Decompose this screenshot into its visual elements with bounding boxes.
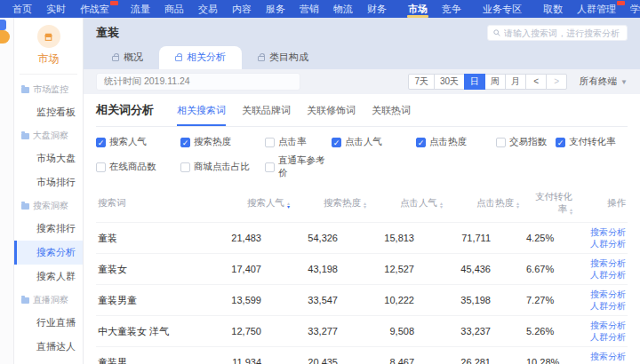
sort-down-icon: ▾ [287,205,290,209]
period-button[interactable]: < [525,74,547,90]
nav-item[interactable]: 商品 [157,0,191,18]
metric-checkbox[interactable]: ✓搜索人气 [96,136,180,148]
tab-item[interactable]: 相关分析 [159,46,242,69]
keywords-table: 搜索词搜索人气▴▾搜索热度▴▾点击人气▴▾点击热度▴▾支付转化率▴▾操作 童装2… [96,185,628,364]
tab-label: 相关分析 [187,51,226,64]
sort-icon[interactable]: ▴▾ [287,202,290,209]
metric-checkbox[interactable]: 商城点击占比 [180,161,265,173]
nav-item[interactable]: 取数 [536,0,570,18]
sort-icon[interactable]: ▴▾ [570,208,572,215]
value-cell: 9,508 [373,316,450,347]
sidebar-item[interactable]: 市场排行 [14,170,83,194]
search-input[interactable] [504,28,621,38]
tab-item[interactable]: 类目构成 [242,46,324,69]
column-header[interactable]: 支付转化率▴▾ [526,185,580,223]
crowd-analysis-link[interactable]: 人群分析 [580,300,626,312]
sidebar-item[interactable]: 市场大盘 [14,146,83,170]
tab-label: 类目构成 [269,51,308,64]
crowd-analysis-link[interactable]: 人群分析 [580,238,626,249]
metric-checkbox[interactable]: ✓点击人气 [332,136,416,148]
metric-checkbox[interactable]: 直通车参考价 [265,154,332,179]
stat-time[interactable]: 统计时间 2019.11.24 [96,73,300,91]
subtab-item[interactable]: 关联品牌词 [242,104,291,117]
nav-item[interactable]: 营销 [292,0,326,18]
subtab-item[interactable]: 关联修饰词 [307,104,356,117]
metric-checkbox[interactable]: 点击率 [265,136,332,148]
sidebar-item[interactable]: 搜索分析 [14,241,83,265]
edge-orange-badge[interactable] [0,30,10,44]
panel-header: 相关词分析 相关搜索词关联品牌词关联修饰词关联热词 [96,102,628,127]
nav-item[interactable]: 业务专区 [476,0,529,18]
sort-icon[interactable]: ▴▾ [516,202,519,209]
tab-item[interactable]: 概况 [96,46,159,69]
column-header[interactable]: 点击热度▴▾ [450,185,526,223]
nav-item[interactable]: 财务 [360,0,394,18]
sidebar-item[interactable]: 搜索人群 [14,265,83,289]
period-button[interactable]: 周 [484,74,506,90]
column-header[interactable]: 搜索词 [96,185,220,223]
nav-item[interactable]: 物流 [326,0,360,18]
subtab-item[interactable]: 相关搜索词 [177,104,226,117]
nav-item[interactable]: 学院 [623,0,640,18]
nav-item[interactable]: 市场 [401,0,435,18]
keyword-cell: 童装男 [96,347,220,364]
checkbox-icon: ✓ [416,138,426,147]
search-analysis-link[interactable]: 搜索分析 [580,226,626,238]
period-button[interactable]: > [546,74,567,90]
main-layout: 市场 市场监控监控看板大盘洞察市场大盘市场排行搜索洞察搜索排行搜索分析搜索人群直… [0,18,640,364]
sidebar-item[interactable]: 行业直播 [14,311,83,335]
value-cell: 10.28% [526,347,580,364]
metric-checkbox[interactable]: ✓支付转化率 [556,136,616,148]
checkbox-icon: ✓ [332,138,341,147]
search-analysis-link[interactable]: 搜索分析 [580,257,626,269]
nav-item[interactable]: 人群管理 [570,0,623,18]
metric-checkbox[interactable]: ✓搜索热度 [180,136,265,148]
column-header[interactable]: 操作 [580,185,628,223]
metric-checkbox[interactable]: 交易指数 [496,136,556,148]
nav-item[interactable]: 作战室 [73,0,116,18]
period-button[interactable]: 月 [505,74,526,90]
search-box[interactable] [487,25,628,41]
lock-icon [112,56,119,61]
nav-item[interactable]: 首页 [5,0,39,18]
subtab-item[interactable]: 关联热词 [372,104,411,117]
nav-item[interactable]: 内容 [225,0,259,18]
sidebar-item[interactable]: 搜索排行 [14,217,83,241]
search-analysis-link[interactable]: 搜索分析 [580,351,626,362]
sort-icon[interactable]: ▴▾ [440,202,443,209]
period-button[interactable]: 30天 [434,74,465,90]
value-cell: 10,222 [373,285,450,316]
table-row: 童装女17,40743,19812,52745,4366.67%搜索分析人群分析 [96,254,628,285]
sort-icon[interactable]: ▴▾ [364,202,366,209]
search-analysis-link[interactable]: 搜索分析 [580,289,626,300]
table-body: 童装21,48354,32615,81371,7114.25%搜索分析人群分析童… [96,223,628,364]
metric-checkboxes: ✓搜索人气✓搜索热度点击率✓点击人气✓点击热度交易指数✓支付转化率 在线商品数商… [96,127,628,185]
action-cell: 搜索分析人群分析 [580,285,628,316]
sidebar-item[interactable]: 直播达人 [14,335,83,359]
column-header[interactable]: 搜索热度▴▾ [297,185,373,223]
crowd-analysis-link[interactable]: 人群分析 [580,331,626,343]
terminal-dropdown[interactable]: 所有终端 ▼ [580,75,628,88]
keyword-cell: 童装 [96,223,220,254]
column-header[interactable]: 点击人气▴▾ [373,185,450,223]
sidebar-item[interactable]: 监控看板 [14,100,83,124]
nav-item[interactable]: 实时 [39,0,73,18]
folder-icon [21,203,29,210]
metrics-row-1: ✓搜索人气✓搜索热度点击率✓点击人气✓点击热度交易指数✓支付转化率 [96,136,628,148]
value-cell: 33,237 [450,316,526,347]
column-header[interactable]: 搜索人气▴▾ [220,185,297,223]
value-cell: 11,934 [220,347,297,364]
period-button[interactable]: 7天 [408,74,435,90]
nav-item[interactable]: 服务 [259,0,292,18]
search-analysis-link[interactable]: 搜索分析 [580,320,626,331]
crowd-analysis-link[interactable]: 人群分析 [580,269,626,281]
nav-item[interactable]: 竞争 [435,0,468,18]
sort-down-icon: ▾ [440,205,443,209]
period-button[interactable]: 日 [464,74,485,90]
metric-checkbox[interactable]: 在线商品数 [96,161,180,173]
nav-item[interactable]: 流量 [124,0,157,18]
nav-item[interactable]: 交易 [191,0,225,18]
checkbox-icon: ✓ [556,138,565,147]
metric-checkbox[interactable]: ✓点击热度 [416,136,496,148]
checkbox-icon [496,138,506,147]
